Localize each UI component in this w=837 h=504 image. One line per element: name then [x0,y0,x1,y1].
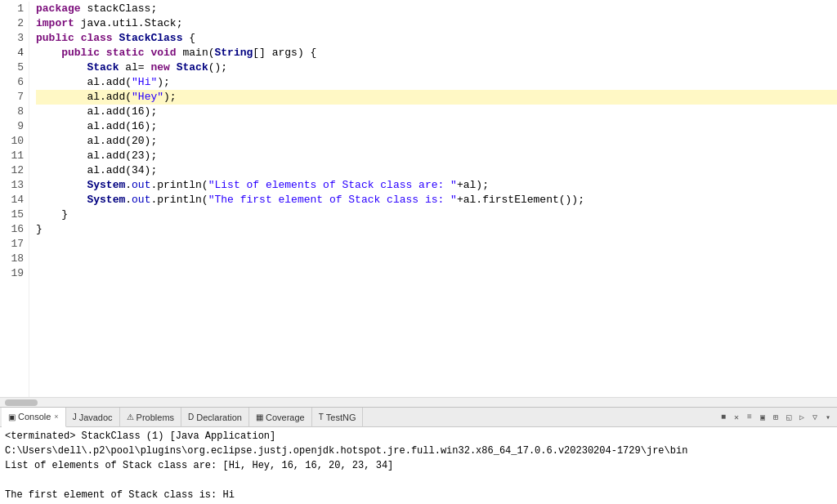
editor-scrollbar[interactable] [0,397,837,407]
tab-action-btn-4[interactable]: ⊞ [770,412,781,423]
tab-label-declaration: Declaration [196,413,242,422]
tab-close-console[interactable]: × [54,413,58,421]
line-number-7: 7 [5,90,24,105]
bottom-panel: ▣Console×JJavadoc⚠ProblemsDDeclaration▦C… [0,407,837,504]
tab-actions: ■✕≡▣⊞◱▷▽▾ [718,412,837,423]
tab-label-console: Console [18,412,51,421]
line-number-11: 11 [5,149,24,163]
line-number-12: 12 [5,163,24,178]
tab-action-btn-6[interactable]: ▷ [796,412,808,423]
line-number-14: 14 [5,193,24,207]
tab-label-problems: Problems [137,413,174,422]
code-line-10: al.add(20); [36,134,837,149]
code-container: 12345678910111213141516171819 package st… [0,0,837,397]
line-number-6: 6 [5,75,24,90]
line-number-15: 15 [5,207,24,222]
line-number-3: 3 [5,31,24,46]
tab-action-btn-7[interactable]: ▽ [809,412,821,423]
line-number-4: 4 [5,46,24,60]
editor-area: 12345678910111213141516171819 package st… [0,0,837,407]
code-line-17: } [36,207,837,222]
tab-javadoc[interactable]: JJavadoc [66,408,120,427]
code-line-3: public class StackClass { [36,31,837,46]
tab-problems[interactable]: ⚠Problems [120,408,181,427]
tabs-bar: ▣Console×JJavadoc⚠ProblemsDDeclaration▦C… [0,408,837,427]
code-line-11: al.add(23); [36,149,837,163]
tab-action-btn-0[interactable]: ■ [718,412,729,423]
tab-console[interactable]: ▣Console× [2,408,66,427]
line-number-5: 5 [5,60,24,75]
tab-testng[interactable]: TTestNG [312,408,364,427]
line-number-16: 16 [5,222,24,237]
line-number-9: 9 [5,119,24,134]
code-line-1: package stackClass; [36,2,837,16]
line-number-10: 10 [5,134,24,149]
line-number-18: 18 [5,252,24,266]
code-line-12: al.add(34); [36,163,837,178]
code-line-9: al.add(16); [36,119,837,134]
line-number-17: 17 [5,237,24,252]
line-number-2: 2 [5,16,24,31]
tab-action-btn-1[interactable]: ✕ [731,412,742,423]
tab-icon-coverage: ▦ [256,413,263,421]
console-terminated-line: <terminated> StackClass (1) [Java Applic… [5,430,687,457]
code-line-4: public static void main(String[] args) { [36,46,837,60]
tab-action-btn-5[interactable]: ◱ [783,412,794,423]
tab-action-btn-2[interactable]: ≡ [744,412,755,423]
tab-declaration[interactable]: DDeclaration [181,408,249,427]
tab-icon-declaration: D [188,413,194,421]
code-line-14: System.out.println("The first element of… [36,193,837,207]
code-line-8: al.add(16); [36,105,837,119]
line-numbers: 12345678910111213141516171819 [0,2,29,397]
code-line-7: al.add("Hey"); [36,90,837,105]
tab-icon-testng: T [319,413,324,421]
code-line-2: import java.util.Stack; [36,16,837,31]
scrollbar-thumb[interactable] [5,399,38,406]
code-line-6: al.add("Hi"); [36,75,837,90]
code-lines[interactable]: package stackClass;import java.util.Stac… [29,2,837,397]
console-output: <terminated> StackClass (1) [Java Applic… [0,427,837,504]
line-number-1: 1 [5,2,24,16]
console-output-line1: List of elements of Stack class are: [Hi… [5,458,832,473]
tab-icon-console: ▣ [8,413,16,421]
tab-icon-javadoc: J [73,413,77,421]
tab-action-btn-3[interactable]: ▣ [757,412,768,423]
line-number-19: 19 [5,266,24,281]
code-line-5: Stack al= new Stack(); [36,60,837,75]
tab-icon-problems: ⚠ [127,413,134,421]
tab-label-coverage: Coverage [266,413,305,422]
tab-action-btn-8[interactable]: ▾ [822,412,834,423]
code-line-18: } [36,222,837,237]
line-number-13: 13 [5,178,24,193]
line-number-8: 8 [5,105,24,119]
tab-coverage[interactable]: ▦Coverage [249,408,312,427]
code-line-13: System.out.println("List of elements of … [36,178,837,193]
console-output-line2: The first element of Stack class is: Hi [5,488,832,502]
tab-label-javadoc: Javadoc [79,413,113,422]
tab-label-testng: TestNG [326,413,356,422]
